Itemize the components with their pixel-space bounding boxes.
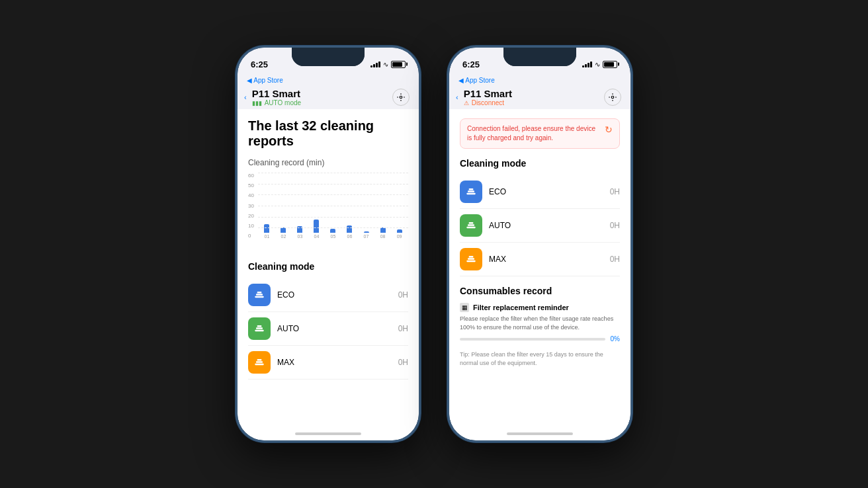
mode-time-auto-2: 0H [610, 221, 620, 230]
status-time-1: 6:25 [251, 60, 268, 69]
mode-name-auto-2: AUTO [489, 221, 610, 230]
screen-content-2: 6:25 ∿ ◀ App [449, 48, 630, 440]
bar-07: 07 [360, 231, 372, 239]
mode-icon-eco-1 [248, 284, 271, 306]
filter-icon-2: ▦ [462, 304, 468, 311]
page-title-1: The last 32 cleaning reports [248, 118, 408, 149]
location-icon-1[interactable] [392, 89, 410, 106]
svg-rect-17 [466, 261, 475, 263]
error-banner-2: Connection failed, please ensure the dev… [460, 118, 620, 149]
signal-bar-2 [373, 64, 375, 67]
filter-desc-2: Please replace the filter when the filte… [460, 315, 620, 331]
nav-title-section-1: P11 Smart ▮▮▮ AUTO mode [247, 88, 392, 106]
scrollable-content-1: The last 32 cleaning reports Cleaning re… [238, 109, 419, 440]
mode-name-max-1: MAX [277, 358, 398, 367]
home-indicator-1 [295, 432, 361, 435]
bar-08: 08 [376, 227, 389, 239]
mode-icon-max-1 [248, 351, 271, 374]
battery-icon-1 [391, 61, 406, 68]
phone-2: 6:25 ∿ ◀ App [447, 46, 632, 442]
svg-rect-6 [257, 325, 262, 327]
nav-title-1: P11 Smart [252, 88, 392, 99]
nav-subtitle-2: ⚠ Disconnect [464, 99, 604, 106]
svg-rect-1 [255, 296, 263, 298]
retry-icon-2[interactable]: ↻ [605, 124, 613, 135]
svg-rect-7 [255, 364, 263, 366]
svg-rect-18 [468, 258, 474, 260]
mode-icon-auto-2 [460, 214, 482, 237]
filter-title-row-2: ▦ Filter replacement reminder [460, 303, 620, 312]
filter-icon-box-2: ▦ [460, 303, 469, 312]
svg-point-10 [611, 96, 614, 99]
app-store-label-1[interactable]: ◀ App Store [238, 77, 419, 85]
svg-rect-13 [469, 188, 474, 190]
error-text-2: Connection failed, please ensure the dev… [467, 124, 599, 143]
mode-name-eco-2: ECO [489, 187, 610, 196]
nav-title-section-2: P11 Smart ⚠ Disconnect [458, 88, 604, 106]
mode-icon-eco-2 [460, 181, 482, 203]
mode-time-eco-2: 0H [610, 187, 620, 196]
mode-max-1: MAX 0H [248, 346, 408, 380]
svg-rect-9 [257, 359, 262, 361]
phones-container: 6:25 ∿ ◀ App [236, 46, 632, 442]
svg-point-0 [400, 96, 402, 99]
signal-bar-2-1 [582, 65, 584, 67]
svg-rect-5 [256, 327, 263, 329]
mode-icon-max-2 [460, 248, 482, 270]
mode-name-eco-1: ECO [277, 290, 398, 300]
bar-01: 01 [261, 224, 273, 239]
svg-rect-15 [468, 224, 474, 226]
scrollable-content-2: Connection failed, please ensure the dev… [449, 109, 630, 440]
mode-name-auto-1: AUTO [277, 324, 398, 333]
signal-bars-2 [582, 61, 592, 67]
screen-2: 6:25 ∿ ◀ App [449, 48, 630, 440]
filter-reminder-2: ▦ Filter replacement reminder Please rep… [460, 303, 620, 343]
chart-title-1: Cleaning record (min) [248, 158, 408, 167]
screen-content-1: 6:25 ∿ ◀ App [238, 48, 419, 440]
bar-06: 06 [343, 225, 356, 239]
svg-rect-16 [469, 222, 474, 224]
battery-icon-2 [603, 61, 617, 68]
bar-05: 05 [327, 229, 339, 239]
chart-container-1: 0 10 20 30 40 50 60 [248, 173, 408, 252]
svg-rect-12 [468, 190, 474, 192]
notch-2 [503, 48, 576, 66]
mode-max-2: MAX 0H [460, 243, 620, 276]
filter-title-text-2: Filter replacement reminder [473, 304, 569, 311]
nav-subtitle-text-2: Disconnect [472, 99, 504, 106]
mode-section-title-1: Cleaning mode [248, 261, 408, 272]
location-icon-2[interactable] [604, 89, 621, 106]
app-store-label-2[interactable]: ◀ App Store [449, 77, 630, 85]
svg-rect-2 [256, 294, 263, 296]
svg-rect-3 [257, 292, 262, 294]
svg-rect-19 [469, 256, 474, 258]
mode-time-max-1: 0H [398, 358, 408, 367]
mode-time-max-2: 0H [610, 255, 620, 264]
screen-1: 6:25 ∿ ◀ App [238, 48, 419, 440]
progress-pct-2: 0% [611, 335, 620, 343]
svg-rect-14 [466, 227, 475, 229]
chart-section-1: Cleaning record (min) 0 10 20 30 40 50 [248, 158, 408, 252]
signal-bar-2-3 [587, 63, 589, 67]
mode-auto-1: AUTO 0H [248, 312, 408, 346]
bar-09: 09 [393, 229, 406, 239]
bar-03: 03 [294, 226, 306, 239]
chart-y-labels-1: 0 10 20 30 40 50 60 [248, 173, 258, 239]
nav-bar-2: ‹ P11 Smart ⚠ Disconnect [449, 85, 630, 109]
cleaning-mode-section-1: Cleaning mode ECO 0H AUT [248, 261, 408, 380]
nav-title-2: P11 Smart [464, 88, 604, 99]
svg-rect-11 [466, 193, 475, 195]
consumables-title-2: Consumables record [460, 286, 620, 296]
mode-name-max-2: MAX [489, 255, 610, 264]
phone-1: 6:25 ∿ ◀ App [236, 46, 421, 442]
status-icons-2: ∿ [582, 61, 617, 68]
tip-text-2: Tip: Please clean the filter every 15 da… [460, 350, 620, 367]
status-time-2: 6:25 [462, 60, 480, 69]
status-icons-1: ∿ [370, 61, 406, 68]
signal-bar-4 [378, 61, 380, 67]
nav-bar-1: ‹ P11 Smart ▮▮▮ AUTO mode [238, 85, 419, 109]
bar-02: 02 [277, 227, 290, 239]
mode-eco-1: ECO 0H [248, 278, 408, 312]
svg-rect-8 [256, 361, 263, 363]
consumables-section-2: Consumables record ▦ Filter replacement … [460, 286, 620, 367]
